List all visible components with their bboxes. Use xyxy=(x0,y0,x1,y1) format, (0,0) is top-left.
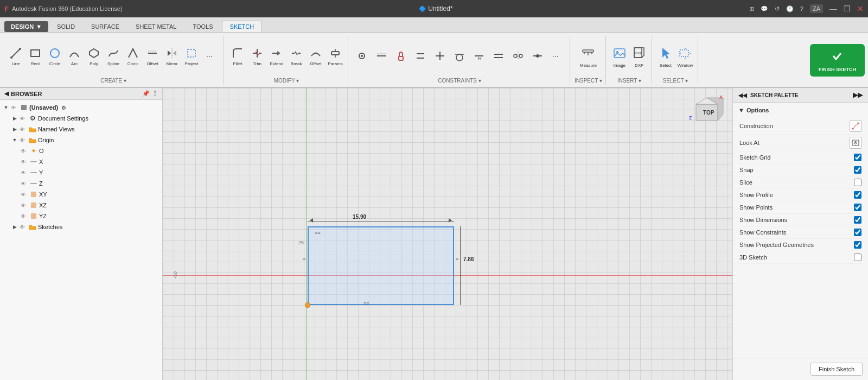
insert-dxf-btn[interactable]: DXF DXF xyxy=(630,43,648,70)
show-points-checkbox[interactable] xyxy=(854,204,861,211)
mirror-tool-btn[interactable]: Mirror xyxy=(163,43,181,70)
eye-icon-xy[interactable]: 👁 xyxy=(21,192,28,198)
change-params-btn[interactable]: Params xyxy=(326,43,344,70)
extend-tool-btn[interactable]: Extend xyxy=(267,43,286,70)
eye-icon-origin[interactable]: 👁 xyxy=(20,137,27,143)
horizontal-btn[interactable]: H xyxy=(470,43,488,70)
midpoint-btn[interactable] xyxy=(528,43,547,70)
break-tool-btn[interactable]: Break xyxy=(287,43,305,70)
tree-item-yz[interactable]: 👁 YZ xyxy=(0,211,162,221)
eye-icon-y[interactable]: 👁 xyxy=(21,170,28,176)
tree-item-z[interactable]: 👁 Z xyxy=(0,178,162,189)
comments-icon[interactable]: 💬 xyxy=(761,5,768,12)
conic-tool-btn[interactable]: Conic xyxy=(124,43,142,70)
tree-item-named-views[interactable]: ▶ 👁 Named Views xyxy=(0,124,162,135)
options-section[interactable]: ▼ Options xyxy=(738,107,863,113)
show-dimensions-checkbox[interactable] xyxy=(854,216,861,224)
tab-solid[interactable]: SOLID xyxy=(49,21,82,32)
arc-tool-btn[interactable]: Arc xyxy=(65,43,84,70)
collinear-btn[interactable] xyxy=(372,43,391,70)
tree-arrow-named-views[interactable]: ▶ xyxy=(11,125,18,133)
measure-btn[interactable]: Measure xyxy=(579,43,597,70)
spline-tool-btn[interactable]: Spline xyxy=(104,43,123,70)
offset-curve-btn[interactable]: Offset xyxy=(307,43,325,70)
rectangle-tool-btn[interactable]: Rect xyxy=(26,43,44,70)
slice-checkbox[interactable] xyxy=(854,179,861,186)
window-select-btn[interactable]: Window xyxy=(676,43,694,70)
eye-icon-yz[interactable]: 👁 xyxy=(21,213,28,219)
parallel-btn[interactable] xyxy=(411,43,430,70)
trim-tool-btn[interactable]: Trim xyxy=(248,43,266,70)
view-cube-svg[interactable]: TOP X Z xyxy=(688,93,726,131)
browser-menu-icon[interactable]: ⋮ xyxy=(152,90,158,97)
sp-expand-icon[interactable]: ▶▶ xyxy=(853,91,863,99)
settings-icon-unsaved[interactable]: ⚙ xyxy=(61,105,66,111)
select-btn[interactable]: Select xyxy=(656,43,675,70)
history-icon[interactable]: 🕐 xyxy=(786,5,794,12)
fillet-tool-btn[interactable]: Fillet xyxy=(228,43,247,70)
eye-icon-z[interactable]: 👁 xyxy=(21,181,28,187)
3d-sketch-checkbox[interactable] xyxy=(854,254,861,261)
offset-tool-btn[interactable]: Offset xyxy=(143,43,162,70)
maximize-button[interactable]: ❐ xyxy=(844,4,851,13)
tree-arrow-sketches[interactable]: ▶ xyxy=(11,223,18,231)
circle-tool-btn[interactable]: Circle xyxy=(46,43,64,70)
tree-item-xz[interactable]: 👁 XZ xyxy=(0,200,162,211)
tree-item-doc-settings[interactable]: ▶ 👁 ⚙ Document Settings xyxy=(0,113,162,124)
tab-surface[interactable]: SURFACE xyxy=(84,21,127,32)
eye-icon-sketches[interactable]: 👁 xyxy=(20,224,27,230)
tree-arrow-doc[interactable]: ▶ xyxy=(11,115,18,122)
eye-icon-unsaved[interactable]: 👁 xyxy=(11,105,18,111)
construction-icon-btn[interactable] xyxy=(850,120,861,132)
tab-sketch[interactable]: SKETCH xyxy=(222,21,263,32)
show-projected-checkbox[interactable] xyxy=(854,241,861,249)
tangent-btn[interactable] xyxy=(450,43,469,70)
equal-btn[interactable] xyxy=(489,43,508,70)
perp-btn[interactable] xyxy=(431,43,449,70)
constraint-more-btn[interactable]: ··· xyxy=(548,43,566,70)
tree-item-x[interactable]: 👁 X xyxy=(0,156,162,167)
tree-arrow-unsaved[interactable]: ▼ xyxy=(2,104,10,111)
tree-item-sketches[interactable]: ▶ 👁 Sketches xyxy=(0,221,162,232)
look-at-icon-btn[interactable] xyxy=(850,137,861,149)
fix-btn[interactable] xyxy=(392,43,410,70)
polygon-tool-btn[interactable]: Poly xyxy=(85,43,103,70)
tree-item-xy[interactable]: 👁 XY xyxy=(0,189,162,200)
finish-sketch-button[interactable]: Finish Sketch xyxy=(810,363,863,376)
close-button[interactable]: ✕ xyxy=(857,4,864,13)
sketch-grid-checkbox[interactable] xyxy=(854,154,861,161)
tab-tools[interactable]: TOOLS xyxy=(185,21,220,32)
line-tool-btn[interactable]: Line xyxy=(7,43,25,70)
eye-icon-o[interactable]: 👁 xyxy=(21,148,28,154)
eye-icon-doc[interactable]: 👁 xyxy=(20,116,27,122)
view-cube-container[interactable]: TOP X Z xyxy=(688,93,726,137)
new-window-icon[interactable]: ⊞ xyxy=(749,5,754,12)
design-dropdown[interactable]: DESIGN ▼ xyxy=(4,21,48,32)
tree-item-o[interactable]: 👁 ✦ O xyxy=(0,145,162,156)
tree-item-y[interactable]: 👁 Y xyxy=(0,167,162,178)
insert-image-btn[interactable]: Image xyxy=(610,43,629,70)
tree-arrow-origin[interactable]: ▼ xyxy=(11,136,18,144)
symmetric-btn[interactable] xyxy=(509,43,527,70)
show-profile-checkbox[interactable] xyxy=(854,191,861,199)
coincident-btn[interactable] xyxy=(353,43,371,70)
share-icon[interactable]: ↺ xyxy=(775,5,780,12)
canvas-area[interactable]: 25 -50 25 15.90 7.86 ≡≡ ≡≡ ≡ ≡ TOP xyxy=(163,88,732,380)
user-avatar[interactable]: ZA xyxy=(810,4,823,13)
eye-icon-x[interactable]: 👁 xyxy=(21,159,28,165)
finish-sketch-btn[interactable]: FINISH SKETCH xyxy=(810,44,865,77)
tree-item-unsaved[interactable]: ▼ 👁 (Unsaved) ⚙ xyxy=(0,102,162,113)
show-constraints-checkbox[interactable] xyxy=(854,229,861,236)
help-icon[interactable]: ? xyxy=(800,5,803,12)
project-tool-btn[interactable]: Project xyxy=(182,43,201,70)
sp-collapse-icon[interactable]: ◀◀ xyxy=(738,92,747,98)
tree-item-origin[interactable]: ▼ 👁 Origin xyxy=(0,135,162,145)
browser-pin-icon[interactable]: 📌 xyxy=(142,90,150,97)
browser-collapse-icon[interactable]: ◀ xyxy=(4,90,9,97)
create-more-btn[interactable]: ··· xyxy=(202,43,220,70)
eye-icon-xz[interactable]: 👁 xyxy=(21,202,28,208)
eye-icon-named-views[interactable]: 👁 xyxy=(20,126,27,132)
minimize-button[interactable]: — xyxy=(829,4,837,13)
tab-sheet-metal[interactable]: SHEET METAL xyxy=(128,21,184,32)
snap-checkbox[interactable] xyxy=(854,166,861,174)
